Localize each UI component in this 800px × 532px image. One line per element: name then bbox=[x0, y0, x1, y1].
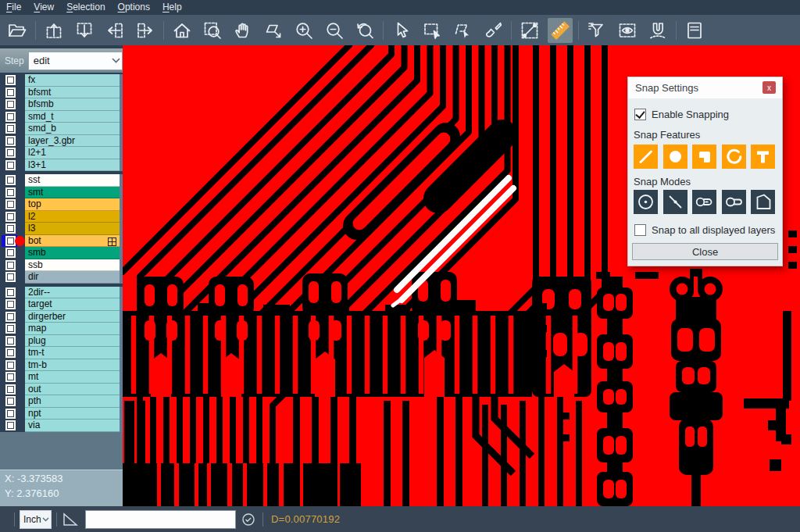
zoom-window-button[interactable] bbox=[200, 18, 225, 43]
layer-row-fx[interactable]: fx bbox=[0, 74, 123, 87]
layer-label[interactable]: bot bbox=[25, 235, 120, 248]
select-cursor-button[interactable] bbox=[389, 18, 414, 43]
layer-row-plug[interactable]: plug bbox=[0, 335, 123, 348]
select-polygon-button[interactable] bbox=[450, 18, 475, 43]
menu-item-file[interactable]: File bbox=[0, 0, 27, 15]
select-rectangle-button[interactable] bbox=[420, 18, 445, 43]
layer-checkbox[interactable] bbox=[7, 213, 14, 220]
layer-checkbox[interactable] bbox=[7, 125, 14, 132]
layer-checkbox[interactable] bbox=[7, 301, 14, 308]
snap-mode-slot-right-button[interactable] bbox=[722, 190, 746, 214]
layer-row-out[interactable]: out bbox=[0, 384, 123, 396]
layer-row-l2+1[interactable]: l2+1 bbox=[0, 147, 123, 159]
layer-label[interactable]: smb bbox=[25, 247, 120, 259]
layer-row-dir[interactable]: dir bbox=[0, 271, 123, 284]
layer-checkbox[interactable] bbox=[7, 349, 14, 356]
layer-row-layer_3.gbr[interactable]: layer_3.gbr bbox=[0, 135, 123, 148]
layer-checkbox[interactable] bbox=[7, 189, 14, 196]
layer-label[interactable]: map bbox=[25, 323, 120, 335]
layer-checkbox[interactable] bbox=[7, 337, 14, 345]
zoom-out-button[interactable] bbox=[322, 18, 347, 43]
snap-mode-line-mid-button[interactable] bbox=[663, 190, 688, 214]
layer-checkbox[interactable] bbox=[7, 101, 14, 108]
layer-checkbox[interactable] bbox=[7, 386, 14, 393]
layer-row-npt[interactable]: npt bbox=[0, 408, 123, 420]
layer-row-dirgerber[interactable]: dirgerber bbox=[0, 311, 123, 323]
dialog-close-icon[interactable]: x bbox=[762, 81, 776, 94]
layer-checkbox[interactable] bbox=[7, 262, 14, 269]
layer-checkbox[interactable] bbox=[7, 410, 14, 417]
layer-row-ssb[interactable]: ssb bbox=[0, 259, 123, 272]
layer-row-mt[interactable]: mt bbox=[0, 371, 123, 384]
angle-corner-icon[interactable] bbox=[62, 512, 78, 527]
layer-row-top[interactable]: top bbox=[0, 198, 123, 211]
layer-checkbox[interactable] bbox=[7, 77, 14, 84]
command-input[interactable] bbox=[85, 510, 236, 529]
layer-label[interactable]: ssb bbox=[25, 259, 120, 272]
layer-checkbox[interactable] bbox=[7, 313, 14, 320]
layer-row-smd_b[interactable]: smd_b bbox=[0, 123, 123, 135]
layer-checkbox[interactable] bbox=[7, 225, 14, 232]
layer-label[interactable]: bfsmb bbox=[25, 98, 120, 111]
layer-checkbox[interactable] bbox=[7, 398, 14, 405]
layer-label[interactable]: pth bbox=[25, 395, 120, 408]
unit-select[interactable]: Inch bbox=[20, 510, 52, 529]
layer-checkbox[interactable] bbox=[7, 325, 14, 332]
layer-label[interactable]: l3 bbox=[25, 223, 120, 235]
measure-ruler-button[interactable] bbox=[548, 18, 573, 43]
enable-snapping-checkbox[interactable] bbox=[634, 109, 646, 120]
dialog-close-button[interactable]: Close bbox=[632, 243, 778, 260]
report-form-button[interactable] bbox=[682, 18, 707, 43]
zoom-previous-button[interactable] bbox=[352, 18, 377, 43]
layer-label[interactable]: top bbox=[25, 198, 120, 211]
layer-checkbox[interactable] bbox=[7, 113, 14, 120]
layer-checkbox[interactable] bbox=[7, 422, 14, 429]
layer-row-tm-b[interactable]: tm-b bbox=[0, 359, 123, 372]
snap-feature-circle-button[interactable] bbox=[663, 145, 688, 169]
layer-label[interactable]: mt bbox=[25, 371, 120, 384]
snap-magnet-button[interactable] bbox=[645, 18, 670, 43]
layer-checkbox[interactable] bbox=[7, 201, 14, 208]
layer-row-via[interactable]: via bbox=[0, 420, 123, 432]
layer-label[interactable]: npt bbox=[25, 408, 120, 420]
paint-brush-button[interactable] bbox=[480, 18, 505, 43]
layer-label[interactable]: tm-b bbox=[25, 359, 120, 372]
layer-label[interactable]: out bbox=[25, 384, 120, 396]
show-eye-button[interactable] bbox=[615, 18, 640, 43]
layer-checkbox[interactable] bbox=[7, 177, 14, 184]
snap-feature-pad-button[interactable] bbox=[692, 145, 716, 169]
layer-label[interactable]: dir bbox=[25, 271, 120, 284]
layer-label[interactable]: smd_t bbox=[25, 111, 120, 123]
zoom-in-button[interactable] bbox=[291, 18, 316, 43]
pan-hand-button[interactable] bbox=[230, 18, 255, 43]
menu-item-help[interactable]: Help bbox=[156, 0, 188, 15]
layer-row-2dir--[interactable]: 2dir-- bbox=[0, 287, 123, 299]
import-top-button[interactable] bbox=[41, 18, 66, 43]
snap-mode-center-button[interactable] bbox=[634, 190, 658, 214]
layer-checkbox[interactable] bbox=[7, 273, 14, 280]
layer-row-smb[interactable]: smb bbox=[0, 247, 123, 259]
layer-row-pth[interactable]: pth bbox=[0, 395, 123, 408]
filter-funnel-button[interactable] bbox=[584, 18, 609, 43]
layer-checkbox[interactable] bbox=[7, 373, 14, 380]
snap-feature-arc-button[interactable] bbox=[722, 145, 746, 169]
layer-checkbox[interactable] bbox=[7, 249, 14, 256]
layer-row-smt[interactable]: smt bbox=[0, 187, 123, 199]
layer-checkbox[interactable] bbox=[7, 89, 14, 96]
import-right-button[interactable] bbox=[133, 18, 158, 43]
layer-label[interactable]: tm-t bbox=[25, 347, 120, 359]
layer-checkbox[interactable] bbox=[7, 149, 14, 156]
layer-label[interactable]: 2dir-- bbox=[25, 287, 120, 299]
layer-row-bfsmt[interactable]: bfsmt bbox=[0, 87, 123, 99]
snap-mode-polygon-button[interactable] bbox=[751, 190, 775, 214]
menu-item-view[interactable]: View bbox=[27, 0, 60, 15]
layer-label[interactable]: l3+1 bbox=[25, 159, 120, 172]
layer-row-bot[interactable]: bot bbox=[0, 235, 123, 248]
layer-label[interactable]: smt bbox=[25, 187, 120, 199]
step-select[interactable]: edit bbox=[28, 52, 123, 70]
layer-label[interactable]: bfsmt bbox=[25, 87, 120, 99]
snap-feature-line-button[interactable] bbox=[634, 145, 658, 169]
layer-label[interactable]: l2+1 bbox=[25, 147, 120, 159]
layer-checkbox[interactable] bbox=[7, 162, 14, 169]
layer-checkbox[interactable] bbox=[7, 237, 14, 245]
